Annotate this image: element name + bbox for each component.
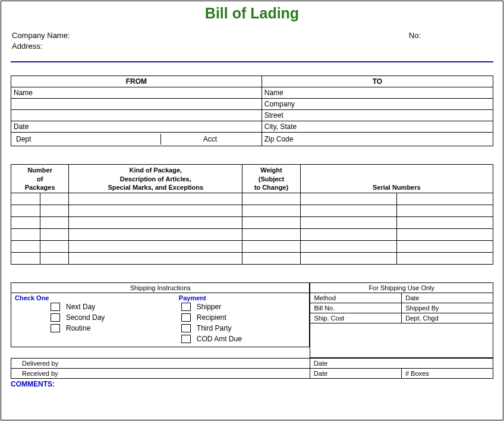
checkbox-icon[interactable] — [181, 313, 191, 322]
items-header-serial: Serial Numbers — [300, 165, 493, 193]
header-row: Company Name: Address: No: — [11, 30, 493, 52]
shipping-instructions-header: Shipping Instructions — [11, 283, 310, 293]
delivered-date[interactable]: Date — [310, 359, 493, 369]
option-routine[interactable]: Routine — [51, 323, 172, 334]
shipping-use-only: For Shipping Use Only MethodDate Bill No… — [310, 282, 493, 358]
check-one-label: Check One — [15, 294, 172, 301]
received-by[interactable]: Received by — [11, 369, 310, 379]
payment-cell: Payment Shipper Recipient Third Party CO… — [175, 293, 310, 347]
received-date[interactable]: Date — [310, 369, 401, 379]
items-row[interactable] — [11, 217, 493, 229]
from-date[interactable]: Date — [11, 121, 262, 133]
bottom-section: Shipping Instructions Check One Next Day… — [11, 282, 493, 358]
checkbox-icon[interactable] — [51, 313, 60, 322]
option-second-day[interactable]: Second Day — [51, 312, 172, 323]
delivered-by[interactable]: Delivered by — [11, 359, 310, 369]
checkbox-icon[interactable] — [51, 303, 60, 311]
items-row[interactable] — [11, 193, 493, 205]
pay-cod[interactable]: COD Amt Due — [181, 334, 306, 344]
comments-label: COMMENTS: — [11, 380, 493, 388]
pay-third-party[interactable]: Third Party — [181, 323, 306, 334]
address-label: Address: — [12, 41, 70, 52]
shipping-instructions: Shipping Instructions Check One Next Day… — [11, 282, 310, 358]
no-label: No: — [409, 30, 421, 41]
page-frame: Bill of Lading Company Name: Address: No… — [1, 1, 503, 420]
items-row[interactable] — [11, 241, 493, 253]
from-acct[interactable]: Acct — [161, 134, 259, 144]
header-divider — [11, 61, 493, 62]
to-header: TO — [262, 76, 493, 87]
option-next-day[interactable]: Next Day — [51, 301, 172, 312]
from-dept-acct-cell: Dept Acct — [11, 133, 262, 146]
so-bill-no[interactable]: Bill No. — [310, 303, 402, 313]
check-one-cell: Check One Next Day Second Day Routine — [11, 293, 175, 347]
page-title: Bill of Lading — [11, 5, 493, 22]
so-method[interactable]: Method — [310, 293, 402, 303]
so-ship-cost[interactable]: Ship. Cost — [310, 313, 402, 323]
items-row[interactable] — [11, 253, 493, 265]
checkbox-icon[interactable] — [181, 303, 191, 311]
from-blank1[interactable] — [11, 99, 262, 110]
items-header-kind: Kind of Package, Description of Articles… — [69, 165, 242, 193]
to-company[interactable]: Company — [262, 99, 493, 110]
from-name[interactable]: Name — [11, 87, 262, 99]
company-name-label: Company Name: — [12, 30, 70, 41]
items-table: Number of Packages Kind of Package, Desc… — [11, 164, 493, 265]
items-section: Number of Packages Kind of Package, Desc… — [11, 164, 493, 265]
from-dept[interactable]: Dept — [14, 134, 161, 144]
payment-label: Payment — [179, 294, 306, 301]
checkbox-icon[interactable] — [51, 324, 60, 332]
to-zip[interactable]: Zip Code — [262, 133, 493, 146]
header-right: No: — [409, 30, 492, 52]
checkbox-icon[interactable] — [181, 324, 191, 332]
num-boxes[interactable]: # Boxes — [401, 369, 493, 379]
to-name[interactable]: Name — [262, 87, 493, 99]
shipping-only-header: For Shipping Use Only — [310, 283, 493, 293]
to-street[interactable]: Street — [262, 110, 493, 121]
from-header: FROM — [11, 76, 262, 87]
so-dept-chgd[interactable]: Dept. Chgd — [402, 313, 493, 323]
from-to-table: FROM TO Name Name Company Street Date Ci… — [11, 76, 493, 146]
items-row[interactable] — [11, 229, 493, 241]
header-left: Company Name: Address: — [12, 30, 70, 52]
items-header-number: Number of Packages — [11, 165, 69, 193]
from-blank2[interactable] — [11, 110, 262, 121]
pay-shipper[interactable]: Shipper — [181, 301, 306, 312]
to-city-state[interactable]: City, State — [262, 121, 493, 133]
checkbox-icon[interactable] — [181, 335, 191, 343]
so-date[interactable]: Date — [402, 293, 493, 303]
items-header-weight: Weight (Subject to Change) — [242, 165, 300, 193]
so-shipped-by[interactable]: Shipped By — [402, 303, 493, 313]
items-row[interactable] — [11, 205, 493, 217]
pay-recipient[interactable]: Recipient — [181, 312, 306, 323]
so-blank[interactable] — [310, 323, 493, 358]
delivery-table: Delivered by Date Received by Date # Box… — [11, 358, 493, 379]
